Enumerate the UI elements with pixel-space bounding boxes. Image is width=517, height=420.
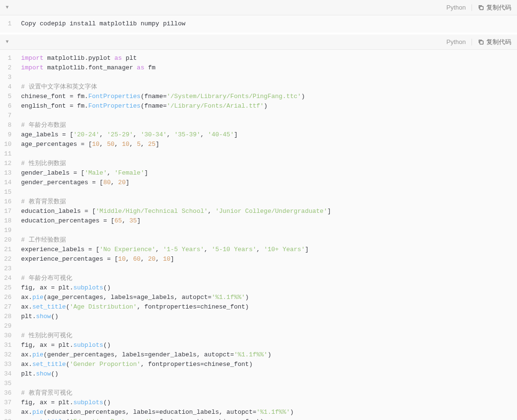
line-number: 12 [0,159,15,168]
code-line: ax.pie(education_percentages, labels=edu… [21,408,517,417]
code-line: english_font = fm.FontProperties(fname='… [21,101,517,111]
line-number: 7 [0,111,15,121]
code-line: # 教育背景可视化 [21,388,517,398]
line-number: 1 [0,54,15,63]
code-line: fig, ax = plt.subplots() [21,398,517,408]
copy-code-button[interactable]: 复制代码 [478,38,511,46]
line-number: 24 [0,274,15,283]
line-number: 34 [0,369,15,379]
line-number: 26 [0,293,15,302]
divider [472,39,472,45]
code-line [21,73,517,82]
line-number: 5 [0,92,15,101]
code-line: chinese_font = fm.FontProperties(fname='… [21,92,517,101]
line-number: 36 [0,388,15,398]
code-line: gender_percentages = [80, 20] [21,178,517,188]
copy-icon [478,4,484,11]
code-line: # 性别比例数据 [21,159,517,168]
line-number: 18 [0,216,15,226]
code-line: age_percentages = [10, 50, 10, 5, 25] [21,140,517,149]
line-number: 2 [0,63,15,73]
code-line: ax.set_title('Age Distribution', fontpro… [21,302,517,312]
code-content[interactable]: Copy codepip install matplotlib numpy pi… [15,15,517,33]
code-line [21,149,517,159]
code-line: plt.show() [21,369,517,379]
code-line: ax.pie(gender_percentages, labels=gender… [21,350,517,360]
svg-rect-1 [480,41,483,44]
line-number: 37 [0,398,15,408]
line-number: 31 [0,341,15,350]
line-number: 6 [0,101,15,111]
code-line: education_labels = ['Middle/High/Technic… [21,207,517,216]
line-number: 3 [0,73,15,82]
code-line [21,321,517,331]
line-number: 35 [0,379,15,388]
code-line: # 设置中文字体和英文字体 [21,82,517,92]
line-number: 4 [0,82,15,92]
line-number: 13 [0,168,15,178]
copy-icon [478,39,484,45]
copy-label: 复制代码 [486,38,511,46]
line-number: 32 [0,350,15,360]
line-number: 21 [0,245,15,254]
line-number: 11 [0,149,15,159]
code-line: import matplotlib.font_manager as fm [21,63,517,73]
code-line: fig, ax = plt.subplots() [21,283,517,293]
line-number: 14 [0,178,15,188]
line-number: 15 [0,188,15,197]
code-line [21,379,517,388]
code-block-1: ▼ Python 复制代码 1 Copy codepip install mat… [0,0,517,33]
code-line: Copy codepip install matplotlib numpy pi… [21,19,517,29]
line-number: 19 [0,226,15,235]
code-line: experience_labels = ['No Experience', '1… [21,245,517,254]
code-content[interactable]: import matplotlib.pyplot as pltimport ma… [15,50,517,420]
copy-label: 复制代码 [486,3,511,12]
code-line [21,264,517,274]
code-line: # 性别比例可视化 [21,331,517,341]
code-line: # 工作经验数据 [21,235,517,245]
code-header: ▼ Python 复制代码 [0,34,517,50]
line-number: 25 [0,283,15,293]
line-number: 22 [0,254,15,264]
divider [472,4,472,11]
line-number: 1 [0,19,15,29]
line-number-gutter: 1234567891011121314151617181920212223242… [0,50,15,420]
language-label: Python [447,38,466,45]
code-line: ax.pie(age_percentages, labels=age_label… [21,293,517,302]
code-line: age_labels = ['20-24', '25-29', '30-34',… [21,130,517,140]
line-number: 33 [0,360,15,369]
code-line: plt.show() [21,312,517,321]
line-number: 9 [0,130,15,140]
code-line: # 教育背景数据 [21,197,517,207]
code-line: fig, ax = plt.subplots() [21,341,517,350]
collapse-toggle-icon[interactable]: ▼ [6,5,9,10]
line-number: 17 [0,207,15,216]
code-body: 1234567891011121314151617181920212223242… [0,50,517,420]
line-number: 27 [0,302,15,312]
code-line: # 年龄分布数据 [21,121,517,130]
line-number: 28 [0,312,15,321]
line-number: 39 [0,417,15,420]
collapse-toggle-icon[interactable]: ▼ [6,39,9,44]
line-number-gutter: 1 [0,15,15,33]
code-line [21,188,517,197]
line-number: 8 [0,121,15,130]
code-line: ax.set_title('Education Background', fon… [21,417,517,420]
language-label: Python [447,4,466,11]
code-line [21,111,517,121]
code-line [21,226,517,235]
line-number: 29 [0,321,15,331]
copy-code-button[interactable]: 复制代码 [478,3,511,12]
line-number: 30 [0,331,15,341]
code-line: education_percentages = [65, 35] [21,216,517,226]
line-number: 16 [0,197,15,207]
line-number: 10 [0,140,15,149]
code-line: # 年龄分布可视化 [21,274,517,283]
code-line: ax.set_title('Gender Proportion', fontpr… [21,360,517,369]
code-body: 1 Copy codepip install matplotlib numpy … [0,15,517,33]
code-block-2: ▼ Python 复制代码 12345678910111213141516171… [0,34,517,420]
code-line: import matplotlib.pyplot as plt [21,54,517,63]
line-number: 23 [0,264,15,274]
code-header: ▼ Python 复制代码 [0,0,517,15]
line-number: 20 [0,235,15,245]
